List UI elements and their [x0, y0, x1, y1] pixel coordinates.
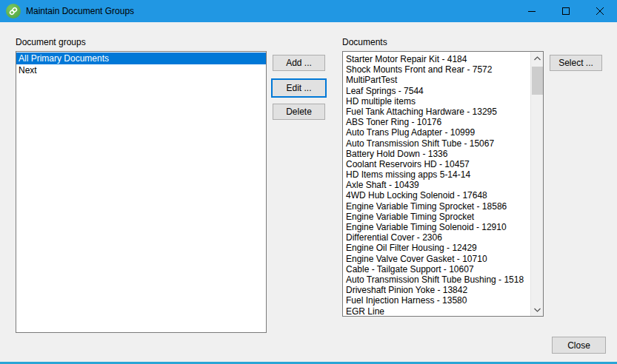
edit-button[interactable]: Edit ... [271, 78, 327, 98]
document-item[interactable]: HD Items missing apps 5-14-14 [343, 169, 530, 180]
document-item[interactable]: Shock Mounts Front and Rear - 7572 [343, 64, 530, 75]
scroll-up-icon[interactable] [531, 52, 544, 64]
document-item[interactable]: Driveshaft Pinion Yoke - 13842 [343, 285, 530, 295]
close-button[interactable]: Close [552, 337, 606, 354]
maximize-button[interactable] [549, 0, 583, 22]
document-item[interactable]: Engine Valve Cover Gasket - 10710 [343, 254, 530, 264]
document-item[interactable]: Engine Variable Timing Solenoid - 12910 [343, 222, 530, 232]
document-item[interactable]: Engine Variable Timing Sprocket [343, 212, 530, 222]
select-button[interactable]: Select ... [550, 55, 602, 71]
document-item[interactable]: Fuel Tank Attaching Hardware - 13295 [343, 107, 530, 117]
document-item[interactable]: Differential Cover - 2306 [343, 232, 530, 243]
link-icon [6, 4, 21, 18]
window-title: Maintain Document Groups [26, 6, 134, 16]
documents-label: Documents [342, 37, 387, 47]
document-item[interactable]: HD multiple items [343, 96, 530, 107]
document-item[interactable]: Auto Transmission Shift Tube - 15067 [343, 138, 530, 149]
document-item[interactable]: Engine Oil Filter Housing - 12429 [343, 243, 530, 253]
document-item[interactable]: Coolant Reservoirs HD - 10457 [343, 159, 530, 169]
document-group-item[interactable]: Next [16, 64, 266, 76]
scrollbar-thumb[interactable] [532, 67, 543, 95]
document-item[interactable]: EGR Line [343, 306, 530, 317]
close-window-button[interactable] [583, 0, 617, 22]
scroll-down-icon[interactable] [531, 303, 544, 316]
add-button[interactable]: Add ... [273, 55, 325, 71]
document-item[interactable]: Fuel Injection Harness - 13580 [343, 295, 530, 306]
document-item[interactable]: Auto Transmission Shift Tube Bushing - 1… [343, 274, 530, 285]
delete-button[interactable]: Delete [273, 104, 325, 120]
document-item[interactable]: Axle Shaft - 10439 [343, 180, 530, 190]
document-item[interactable]: 4WD Hub Locking Solenoid - 17648 [343, 190, 530, 200]
document-item[interactable]: Battery Hold Down - 1336 [343, 149, 530, 159]
document-item[interactable]: Engine Variable Timing Sprocket - 18586 [343, 201, 530, 212]
titlebar: Maintain Document Groups [0, 0, 617, 22]
document-group-item[interactable]: All Primary Documents [16, 53, 266, 64]
document-item[interactable]: Leaf Springs - 7544 [343, 86, 530, 96]
document-item[interactable]: Cable - Tailgate Support - 10607 [343, 264, 530, 274]
document-item[interactable]: Auto Trans Plug Adapter - 10999 [343, 127, 530, 138]
document-groups-label: Document groups [16, 37, 86, 47]
document-groups-listbox[interactable]: All Primary DocumentsNext [16, 51, 267, 333]
document-item[interactable]: ABS Toner Ring - 10176 [343, 117, 530, 127]
document-item[interactable]: MultiPartTest [343, 75, 530, 85]
document-item[interactable]: Starter Motor Repair Kit - 4184 [343, 54, 530, 64]
maintain-document-groups-dialog: Maintain Document Groups Document groups… [0, 0, 617, 364]
window-controls [515, 0, 617, 22]
documents-listbox[interactable]: Starter Motor Repair Kit - 4184Shock Mou… [342, 51, 544, 317]
documents-scrollbar[interactable] [530, 52, 543, 316]
minimize-button[interactable] [515, 0, 549, 22]
